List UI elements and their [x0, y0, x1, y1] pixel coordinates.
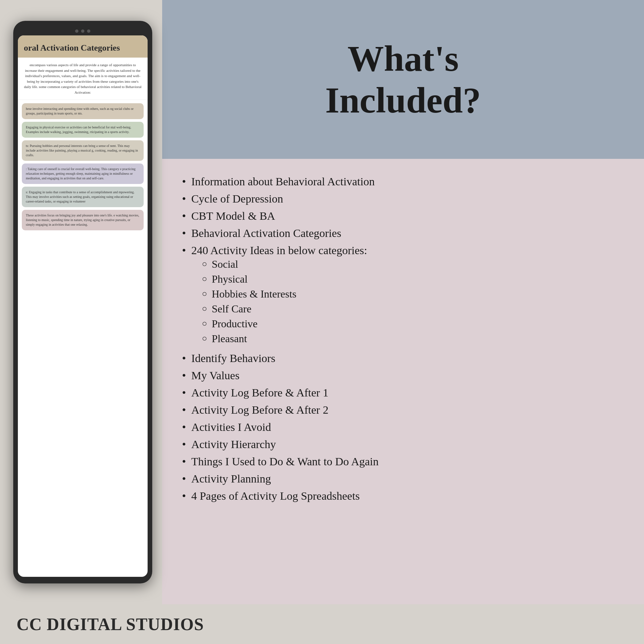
- list-item: Activity Log Before & After 1: [182, 387, 624, 399]
- main-layout: oral Activation Categories encompass var…: [0, 0, 644, 604]
- screen-intro: encompass various aspects of life and pr…: [18, 58, 148, 100]
- sub-list-item: Physical: [202, 273, 367, 285]
- list-item-text: 4 Pages of Activity Log Spreadsheets: [191, 490, 624, 502]
- list-item-text: Activity Log Before & After 2: [191, 404, 624, 416]
- list-item: Information about Behavioral Activation: [182, 175, 624, 188]
- list-item-with-sub: 240 Activity Ideas in below categories:S…: [191, 244, 367, 347]
- list-item-text: Activity Hierarchy: [191, 438, 624, 451]
- list-item-text: CBT Model & BA: [191, 210, 624, 222]
- list-item-text: Behavioral Activation Categories: [191, 227, 624, 240]
- right-bottom-section: Information about Behavioral ActivationC…: [162, 159, 644, 604]
- list-item: Behavioral Activation Categories: [182, 227, 624, 240]
- sub-list-item: Hobbies & Interests: [202, 288, 367, 300]
- sub-item-text: Productive: [212, 318, 367, 330]
- screen-header: oral Activation Categories: [18, 35, 148, 58]
- list-item: Activities I Avoid: [182, 421, 624, 434]
- sub-list-item: Social: [202, 258, 367, 270]
- list-item: 4 Pages of Activity Log Spreadsheets: [182, 490, 624, 502]
- list-item: Activity Hierarchy: [182, 438, 624, 451]
- category-physical: Engaging in physical exercise or activit…: [22, 122, 144, 138]
- list-item: Identify Behaviors: [182, 352, 624, 365]
- category-pleasant: These activities focus on bringing joy a…: [22, 210, 144, 230]
- category-productive: s: Engaging in tasks that contribute to …: [22, 187, 144, 207]
- category-selfcare: : Taking care of oneself is crucial for …: [22, 163, 144, 184]
- tablet-mockup: oral Activation Categories encompass var…: [13, 21, 152, 583]
- camera-dot-2: [81, 29, 84, 33]
- screen-categories: hese involve interacting and spending ti…: [18, 100, 148, 577]
- tablet-screen: oral Activation Categories encompass var…: [18, 35, 148, 577]
- list-item-text: 240 Activity Ideas in below categories:: [191, 244, 367, 256]
- right-top-section: What'sIncluded?: [162, 0, 644, 159]
- sub-item-text: Social: [212, 258, 367, 270]
- list-item: Cycle of Depression: [182, 193, 624, 205]
- screen-title: oral Activation Categories: [24, 43, 142, 53]
- list-item-text: Things I Used to Do & Want to Do Again: [191, 455, 624, 468]
- right-panel: What'sIncluded? Information about Behavi…: [162, 0, 644, 604]
- list-item-text: Activities I Avoid: [191, 421, 624, 434]
- category-social: hese involve interacting and spending ti…: [22, 103, 144, 119]
- page-title: What'sIncluded?: [325, 38, 481, 121]
- sub-list-item: Self Care: [202, 303, 367, 315]
- list-item: Things I Used to Do & Want to Do Again: [182, 455, 624, 468]
- list-item: Activity Planning: [182, 473, 624, 485]
- list-item: My Values: [182, 369, 624, 382]
- list-item-text: My Values: [191, 369, 624, 382]
- sub-item-text: Self Care: [212, 303, 367, 315]
- included-list: Information about Behavioral ActivationC…: [182, 175, 624, 502]
- list-item-text: Identify Behaviors: [191, 352, 624, 365]
- list-item: CBT Model & BA: [182, 210, 624, 222]
- list-item: Activity Log Before & After 2: [182, 404, 624, 416]
- camera-dot-1: [75, 29, 78, 33]
- list-item: 240 Activity Ideas in below categories:S…: [182, 244, 624, 347]
- list-item-text: Activity Log Before & After 1: [191, 387, 624, 399]
- list-item-text: Information about Behavioral Activation: [191, 175, 624, 188]
- sub-list: SocialPhysicalHobbies & InterestsSelf Ca…: [202, 258, 367, 345]
- category-hobbies: ts: Pursuing hobbies and personal intere…: [22, 140, 144, 161]
- brand-label: CC DIGITAL STUDIOS: [17, 615, 204, 634]
- sub-list-item: Pleasant: [202, 333, 367, 345]
- list-item-text: Activity Planning: [191, 473, 624, 485]
- sub-item-text: Pleasant: [212, 333, 367, 345]
- sub-list-item: Productive: [202, 318, 367, 330]
- sub-item-text: Physical: [212, 273, 367, 285]
- list-item-text: Cycle of Depression: [191, 193, 624, 205]
- sub-item-text: Hobbies & Interests: [212, 288, 367, 300]
- left-panel: oral Activation Categories encompass var…: [0, 0, 162, 604]
- tablet-camera-row: [18, 27, 148, 35]
- camera-dot-3: [87, 29, 90, 33]
- footer: CC DIGITAL STUDIOS: [0, 604, 644, 644]
